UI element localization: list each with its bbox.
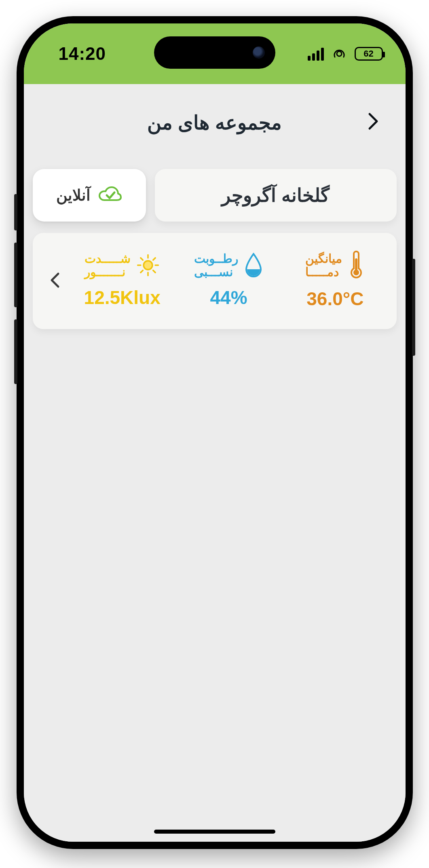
cellular-icon [308, 47, 324, 61]
metrics-more-button[interactable] [41, 272, 69, 288]
metric-lux: شـــــدت نـــــــور 12.5Klux [69, 252, 175, 308]
home-indicator[interactable] [154, 830, 275, 834]
svg-line-8 [153, 270, 155, 272]
greenhouse-name: گلخانه آگروچر [222, 184, 330, 206]
front-camera-icon [253, 46, 265, 59]
greenhouse-card[interactable]: گلخانه آگروچر [155, 169, 397, 222]
metric-lux-label1: شـــــدت [85, 252, 131, 265]
metric-humidity-label1: رطــوبت [194, 252, 238, 265]
metric-lux-label2: نـــــــور [85, 265, 125, 279]
chevron-right-icon [368, 112, 378, 130]
app-screen: مجموعه های من آنلاین [24, 84, 406, 842]
status-time: 14:20 [59, 44, 106, 64]
droplet-icon [244, 252, 263, 278]
metric-temp-value: 36.0°C [306, 288, 363, 310]
metric-lux-value: 12.5Klux [84, 287, 161, 308]
svg-point-2 [144, 261, 152, 270]
metric-humidity: رطــوبت نســـبی 44% [175, 252, 282, 308]
page-title: مجموعه های من [147, 111, 282, 134]
volume-down-button [14, 319, 17, 384]
metric-humidity-label2: نســـبی [194, 265, 233, 279]
volume-up-button [14, 243, 17, 307]
cloud-check-icon [98, 186, 122, 204]
svg-line-10 [141, 270, 143, 272]
online-status-chip[interactable]: آنلاین [33, 169, 146, 222]
svg-line-7 [141, 258, 143, 260]
hotspot-icon [331, 47, 347, 60]
sun-icon [136, 253, 160, 277]
svg-line-9 [153, 258, 155, 260]
online-status-label: آنلاین [56, 186, 91, 204]
metric-temp-label1: میانگین [305, 252, 342, 265]
metrics-card[interactable]: میانگین دمـــــا 36.0°C [33, 233, 397, 329]
battery-percent: 62 [363, 49, 373, 59]
dynamic-island [154, 36, 275, 69]
chevron-left-icon [50, 272, 60, 288]
metric-temp: میانگین دمـــــا 36.0°C [282, 251, 388, 310]
side-button [14, 194, 17, 230]
battery-icon: 62 [355, 47, 383, 61]
svg-point-1 [353, 270, 359, 275]
thermometer-icon [348, 251, 365, 280]
power-button [412, 259, 415, 356]
metric-humidity-value: 44% [210, 287, 247, 308]
phone-frame: 14:20 62 مجموعه های من [17, 16, 413, 849]
back-button[interactable] [361, 109, 385, 133]
page-header: مجموعه های من [33, 100, 397, 145]
metric-temp-label2: دمـــــا [305, 265, 339, 279]
